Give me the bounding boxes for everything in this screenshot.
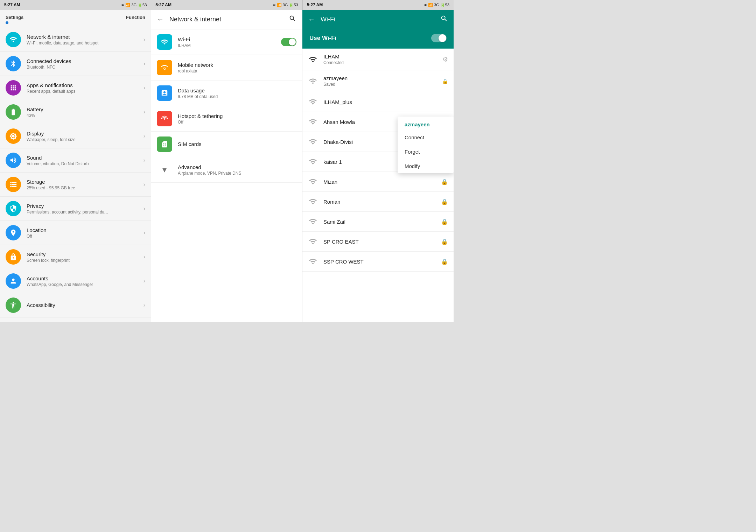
sound-icon [6,153,21,168]
sami-name: Sami Zaif [323,219,441,225]
network-item-sim[interactable]: SIM cards [151,132,302,157]
settings-item-location[interactable]: Location Off › [0,221,151,245]
chevron-down-icon: ▾ [162,165,167,175]
battery-icon-2: 🔋53 [289,3,298,7]
battery-title: Battery [27,106,144,112]
settings-item-privacy[interactable]: Privacy Permissions, account activity, p… [0,197,151,221]
accessibility-text: Accessibility [27,302,144,309]
display-subtitle: Wallpaper, sleep, font size [27,137,144,142]
battery-icon-setting [6,104,21,120]
battery-icon: 🔋53 [138,3,147,7]
status-bar: 5:27 AM ∗ 📶 3G 🔋53 5:27 AM ∗ 📶 3G 🔋53 5:… [0,0,454,10]
wifi-network-ilham-plus[interactable]: ILHAM_plus [302,92,454,112]
location-title: Location [27,227,144,233]
ilham-text: ILHAM Connected [323,54,442,65]
sim-title: SIM cards [178,141,296,147]
chevron-right-icon-12: › [144,302,145,308]
settings-item-display[interactable]: Display Wallpaper, sleep, font size › [0,124,151,148]
advanced-subtitle: Airplane mode, VPN, Private DNS [178,171,296,176]
wifi-signal-sp-cro [308,237,318,246]
advanced-title: Advanced [178,164,296,170]
time-1: 5:27 AM [4,2,20,7]
accounts-text: Accounts WhatsApp, Google, and Messenger [27,275,144,287]
back-arrow-wifi[interactable]: ← [308,15,315,23]
chevron-right-icon-4: › [144,109,145,115]
network-item-hotspot[interactable]: Hotspot & tethering Off [151,106,302,132]
location-subtitle: Off [27,234,144,239]
context-menu-connect[interactable]: Connect [398,130,454,145]
wifi-network-sp-cro[interactable]: SP CRO EAST 🔒 [302,232,454,252]
network-item-data[interactable]: Data usage 9.78 MB of data used [151,80,302,106]
lock-partial-icon: 🔒 [442,78,448,84]
storage-title: Storage [27,179,144,185]
settings-panel: Settings Function Network & internet Wi-… [0,10,151,322]
battery-text: Battery 43% [27,106,144,118]
chevron-right-icon-3: › [144,85,145,91]
use-wifi-toggle-knob [439,34,446,42]
wifi-network-subtitle: ILHAM [178,43,281,48]
settings-header-left: Settings [6,15,23,24]
privacy-icon [6,201,21,216]
context-menu-modify[interactable]: Modify [398,159,454,173]
network-item-wifi[interactable]: Wi-Fi ILHAM [151,29,302,55]
gear-icon-ilham[interactable]: ⚙ [442,56,448,63]
context-menu-forget[interactable]: Forget [398,145,454,159]
sim-icon-box [157,136,172,152]
lock-icon-mizan: 🔒 [441,178,448,185]
search-button-wifi[interactable] [440,15,448,24]
settings-item-network[interactable]: Network & internet Wi-Fi, mobile, data u… [0,28,151,52]
azmayeen-text: azmayeen Saved [323,75,442,87]
network-item-advanced[interactable]: ▾ Advanced Airplane mode, VPN, Private D… [151,157,302,183]
settings-header-right: Function [126,15,145,20]
battery-icon-3: 🔋53 [440,3,449,7]
settings-item-connected[interactable]: Connected devices Bluetooth, NFC › [0,52,151,76]
hotspot-icon-box [157,111,172,126]
wifi-network-text: Wi-Fi ILHAM [178,36,281,48]
wifi-network-ilham[interactable]: ILHAM Connected ⚙ [302,49,454,70]
data-icon-box [157,85,172,101]
status-panel-3: 5:27 AM ∗ 📶 3G 🔋53 [303,0,454,10]
data-usage-text: Data usage 9.78 MB of data used [178,88,296,99]
hotspot-title: Hotspot & tethering [178,113,296,119]
mizan-name: Mizan [323,179,441,185]
use-wifi-toggle[interactable] [431,34,447,42]
network-item-mobile[interactable]: Mobile network robi axiata [151,55,302,80]
wifi-signal-sami [308,217,318,226]
wifi-network-ssp-cro[interactable]: SSP CRO WEST 🔒 [302,252,454,272]
settings-item-battery[interactable]: Battery 43% › [0,100,151,124]
hotspot-text: Hotspot & tethering Off [178,113,296,125]
settings-item-accessibility[interactable]: Accessibility › [0,293,151,317]
use-wifi-row[interactable]: Use Wi-Fi [302,29,454,49]
wifi-network-mizan[interactable]: Mizan 🔒 [302,172,454,192]
back-arrow-network[interactable]: ← [157,15,164,23]
settings-item-apps[interactable]: Apps & notifications Recent apps, defaul… [0,76,151,100]
wifi-status-icon-2: 📶 [277,3,282,7]
display-icon [6,128,21,144]
wifi-network-sami[interactable]: Sami Zaif 🔒 [302,212,454,232]
storage-icon [6,177,21,192]
apps-title: Apps & notifications [27,82,144,88]
display-title: Display [27,131,144,136]
wifi-network-roman[interactable]: Roman 🔒 [302,192,454,212]
wifi-network-azmayeen[interactable]: azmayeen Saved 🔒 [302,70,454,92]
advanced-chevron-container: ▾ [157,162,172,177]
settings-item-security[interactable]: Security Screen lock, fingerprint › [0,245,151,269]
wifi-panel-header: ← Wi-Fi [302,10,454,29]
signal-icon: 3G [131,3,136,7]
roman-text: Roman [323,199,441,205]
location-text: Location Off [27,227,144,239]
bluetooth-icon-2: ∗ [273,3,276,7]
chevron-right-icon-5: › [144,133,145,139]
accessibility-icon [6,298,21,313]
wifi-toggle[interactable] [281,38,296,46]
panels-container: Settings Function Network & internet Wi-… [0,10,454,322]
settings-item-accounts[interactable]: Accounts WhatsApp, Google, and Messenger… [0,269,151,293]
settings-item-storage[interactable]: Storage 25% used - 95.95 GB free › [0,173,151,197]
context-menu: azmayeen Connect Forget Modify [398,117,454,173]
search-button-network[interactable] [289,15,296,24]
wifi-icon-box [157,34,172,50]
status-panel-1: 5:27 AM ∗ 📶 3G 🔋53 [0,0,151,10]
wifi-signal-ahsan [308,117,318,127]
settings-item-sound[interactable]: Sound Volume, vibration, Do Not Disturb … [0,148,151,173]
time-2: 5:27 AM [155,2,172,7]
